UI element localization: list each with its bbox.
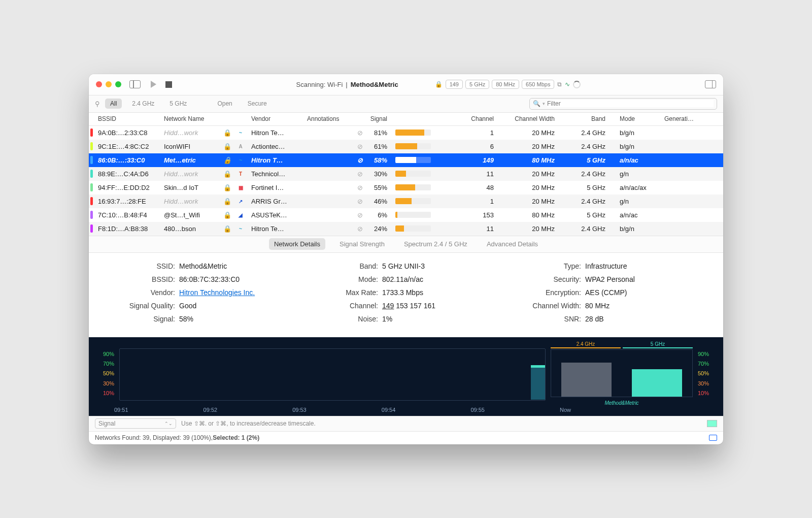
vendor-icon: ~: [238, 128, 243, 137]
detail-vendor-link[interactable]: Hitron Technologies Inc.: [179, 288, 255, 297]
vendor-icon: ◢: [238, 211, 243, 219]
tab-advanced-details[interactable]: Advanced Details: [482, 238, 543, 250]
timeseries-plot[interactable]: [119, 348, 546, 401]
lock-icon: 🔒: [221, 208, 234, 222]
x-axis: 09:51 09:52 09:53 09:54 09:55 Now: [114, 407, 571, 413]
th-channel-width[interactable]: Channel Width: [498, 113, 559, 125]
table-row[interactable]: 9C:1E:…4:8C:C2IconWIFI🔒AActiontec…⊘61%62…: [89, 140, 723, 153]
table-row[interactable]: 9A:0B:…2:33:C8Hidd…work🔒~Hitron Te…⊘81%1…: [89, 126, 723, 140]
filter-5ghz[interactable]: 5 GHz: [164, 99, 192, 109]
filter-icon[interactable]: ⚲: [95, 100, 100, 108]
th-bssid[interactable]: BSSID: [94, 113, 160, 125]
th-network-name[interactable]: Network Name: [160, 113, 221, 125]
tab-signal-strength[interactable]: Signal Strength: [334, 238, 390, 250]
detail-snr: 28 dB: [585, 315, 604, 323]
spinner-icon: [573, 81, 581, 88]
cell-annotations: [303, 222, 354, 236]
th-annotations[interactable]: Annotations: [303, 113, 354, 125]
filter-all[interactable]: All: [105, 99, 122, 109]
cell-channel: 11: [437, 167, 498, 181]
table-row[interactable]: F8:1D:…A:B8:38480…bson🔒~Hitron Te…⊘24%11…: [89, 222, 723, 236]
cell-network-name: Hidd…work: [160, 167, 221, 181]
antenna-icon: ⧉: [557, 81, 562, 88]
table-row[interactable]: 16:93:7…:28:FEHidd…work🔒↗ARRIS Gr…⊘46%12…: [89, 195, 723, 208]
wifi-vendor-icon: ∿: [565, 81, 570, 88]
table-row[interactable]: 86:0B:…:33:C0Met…etric🔒~Hitron T…⊘58%149…: [89, 153, 723, 167]
table-row[interactable]: 7C:10:…B:48:F4@St…t_Wifi🔒◢ASUSTeK…⊘6%153…: [89, 208, 723, 222]
app-window: Scanning: Wi-Fi | Method&Metric 🔒 149 5 …: [89, 74, 723, 444]
tab-network-details[interactable]: Network Details: [269, 238, 325, 250]
cell-mode: g/n: [610, 195, 660, 208]
vendor-icon: T: [238, 170, 243, 178]
status-counts: Networks Found: 39, Displayed: 39 (100%)…: [95, 434, 213, 441]
cell-mode: a/n/ac/ax: [610, 181, 660, 195]
cell-band: 2.4 GHz: [559, 140, 610, 153]
cell-channel-width: 20 MHz: [498, 222, 559, 236]
cell-network-name: IconWIFI: [160, 140, 221, 153]
detail-ssid: Method&Metric: [179, 262, 227, 270]
search-input[interactable]: 🔍 ▾: [529, 98, 717, 110]
y-axis-left: 90% 70% 50% 30% 10%: [95, 341, 114, 414]
annotation-icon: ⊘: [354, 195, 366, 208]
badge-width: 80 MHz: [492, 80, 519, 89]
minimize-icon[interactable]: [106, 81, 112, 87]
filter-secure[interactable]: Secure: [243, 99, 272, 109]
cell-band: 2.4 GHz: [559, 222, 610, 236]
cell-vendor: ARRIS Gr…: [247, 195, 303, 208]
cell-channel-width: 20 MHz: [498, 140, 559, 153]
details-col-2: Band:5 GHz UNII-3 Mode:802.11a/n/ac Max …: [312, 262, 500, 328]
cell-bssid: 88:9E:…C:4A:D6: [94, 167, 160, 181]
table-row[interactable]: 88:9E:…C:4A:D6Hidd…work🔒TTechnicol…⊘30%1…: [89, 167, 723, 181]
cell-annotations: [303, 181, 354, 195]
cell-band: 5 GHz: [559, 181, 610, 195]
cell-bssid: 16:93:7…:28:FE: [94, 195, 160, 208]
search-icon: 🔍: [533, 100, 540, 107]
color-swatch[interactable]: [707, 420, 717, 427]
detail-channel: 149 153 157 161: [382, 302, 435, 310]
badge-band: 5 GHz: [465, 80, 489, 89]
table-row[interactable]: 94:FF:…E:DD:D2Skin…d IoT🔒▦Fortinet I…⊘55…: [89, 181, 723, 195]
row-color-chip: [90, 142, 93, 150]
cell-vendor: Technicol…: [247, 167, 303, 181]
signal-line: [531, 365, 545, 400]
title-center: Scanning: Wi-Fi | Method&Metric 🔒 149 5 …: [176, 80, 701, 89]
cell-channel-width: 80 MHz: [498, 153, 559, 167]
th-channel[interactable]: Channel: [437, 113, 498, 125]
close-icon[interactable]: [96, 81, 102, 87]
annotation-icon: ⊘: [354, 167, 366, 181]
filter-open[interactable]: Open: [212, 99, 237, 109]
cell-vendor: Hitron Te…: [247, 222, 303, 236]
th-vendor[interactable]: Vendor: [247, 113, 303, 125]
vendor-icon: ↗: [238, 197, 243, 205]
row-color-chip: [90, 170, 93, 178]
tab-spectrum[interactable]: Spectrum 2.4 / 5 GHz: [399, 238, 472, 250]
cell-channel-width: 20 MHz: [498, 195, 559, 208]
cell-signal-pct: 61%: [366, 140, 391, 153]
signal-bar: [395, 198, 431, 204]
cell-channel: 1: [437, 126, 498, 140]
title-badges: 149 5 GHz 80 MHz 650 Mbps: [446, 80, 555, 89]
network-table: 9A:0B:…2:33:C8Hidd…work🔒~Hitron Te…⊘81%1…: [89, 126, 723, 236]
search-field[interactable]: [547, 100, 714, 107]
cell-channel-width: 20 MHz: [498, 167, 559, 181]
sidebar-toggle-icon[interactable]: [129, 80, 141, 88]
annotation-icon: ⊘: [354, 140, 366, 153]
th-mode[interactable]: Mode: [610, 113, 660, 125]
display-icon[interactable]: [709, 435, 717, 441]
detail-mode: 802.11a/n/ac: [382, 275, 423, 283]
stop-icon[interactable]: [165, 81, 172, 88]
metric-dropdown[interactable]: Signal ⌃⌄: [95, 418, 176, 429]
cell-signal-pct: 81%: [366, 126, 391, 140]
cell-channel-width: 20 MHz: [498, 126, 559, 140]
right-panel-toggle-icon[interactable]: [705, 80, 716, 88]
th-generation[interactable]: Generati…: [660, 113, 723, 125]
play-icon[interactable]: [151, 81, 156, 88]
cell-channel: 149: [437, 153, 498, 167]
zoom-icon[interactable]: [115, 81, 121, 87]
filter-bar: ⚲ All 2.4 GHz 5 GHz Open Secure 🔍 ▾: [89, 95, 723, 113]
th-signal[interactable]: Signal: [366, 113, 391, 125]
th-band[interactable]: Band: [559, 113, 610, 125]
cell-band: 2.4 GHz: [559, 126, 610, 140]
cell-channel: 48: [437, 181, 498, 195]
filter-24ghz[interactable]: 2.4 GHz: [127, 99, 159, 109]
